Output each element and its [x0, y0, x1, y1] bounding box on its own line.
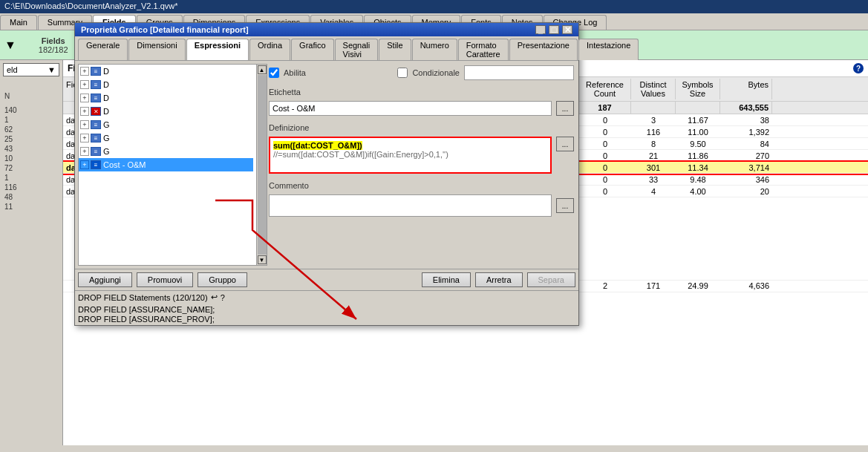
form-panel: Abilita Condizionale Etichetta ... Defin… — [267, 64, 575, 266]
col-header-distinct[interactable]: Distinct Values — [631, 79, 676, 99]
expand-icon: + — [80, 120, 89, 129]
definition-highlighted: sum([dat:COST_O&M]) — [273, 141, 362, 150]
tree-item-costom[interactable]: + ≡ Cost - O&M — [79, 158, 253, 171]
expand-icon: + — [80, 94, 89, 102]
abilita-label: Abilita — [284, 68, 306, 77]
tree-item-g1[interactable]: + ≡ G — [79, 118, 253, 131]
modal-status-bar: DROP FIELD Statements (120/120) ↩ ? — [75, 290, 578, 304]
definition-rest: //=sum([dat:COST_O&M])if([Gain:Energy]>0… — [273, 150, 448, 159]
definizione-row: Definizione — [269, 123, 574, 132]
scroll-thumb — [258, 75, 267, 255]
tree-label-costom: Cost - O&M — [103, 160, 146, 169]
aggiungi-button[interactable]: Aggiungi — [78, 272, 132, 287]
abilita-checkbox[interactable] — [269, 68, 279, 78]
col-header-refcount[interactable]: Reference Count — [579, 79, 631, 99]
list-icon: ≡ — [91, 147, 101, 156]
tree-label: D — [103, 80, 109, 89]
tree-item-g3[interactable]: + ≡ G — [79, 145, 253, 158]
modal-tab-generale[interactable]: Generale — [78, 39, 128, 60]
separa-button[interactable]: Separa — [527, 272, 575, 287]
title-bar: C:\EI\Downloads\DocumentAnalyzer_V2.1.qv… — [0, 0, 868, 13]
etichetta-row: Etichetta — [269, 88, 574, 96]
etichetta-input[interactable] — [269, 101, 552, 116]
definizione-input-row: sum([dat:COST_O&M]) //=sum([dat:COST_O&M… — [269, 137, 574, 174]
tree-item-d4-error[interactable]: + ✕ D — [79, 105, 253, 118]
elimina-button[interactable]: Elimina — [422, 272, 471, 287]
tree-scrollbar[interactable]: ▲ ▼ — [256, 65, 267, 265]
condizionale-input[interactable] — [464, 65, 574, 80]
modal-title-text: Proprietà Grafico [Detailed financial re… — [81, 25, 249, 34]
left-dropdown-arrow: ▼ — [48, 65, 56, 74]
tree-label: D — [103, 67, 109, 76]
status-text: DROP FIELD Statements (120/120) — [78, 293, 208, 302]
tree-panel[interactable]: + ≡ D + ≡ D + ≡ D + ✕ D — [79, 65, 253, 265]
modal-tab-intestazione[interactable]: Intestazione — [578, 39, 639, 60]
stat-fields-label: Fields — [42, 36, 65, 45]
modal-body: + ≡ D + ≡ D + ≡ D + ✕ D — [75, 61, 578, 269]
tree-item-g2[interactable]: + ≡ G — [79, 131, 253, 145]
status-icon1[interactable]: ↩ — [211, 292, 218, 302]
modal-tab-numero[interactable]: Numero — [412, 39, 457, 60]
stat-fields-value: 182/182 — [39, 45, 68, 54]
tree-item-d2[interactable]: + ≡ D — [79, 78, 253, 91]
etichetta-input-row: ... — [269, 101, 574, 116]
list-icon: ≡ — [91, 67, 101, 76]
expand-icon: + — [80, 160, 89, 169]
commento-btn[interactable]: ... — [556, 198, 574, 213]
col-header-symbols[interactable]: Symbols Size — [676, 79, 720, 99]
selected-icon: ≡ — [91, 160, 101, 169]
modal-title-bar: Proprietà Grafico [Detailed financial re… — [75, 23, 578, 36]
commento-input-row: ... — [269, 194, 574, 217]
modal-status-bar2: DROP FIELD [ASSURANCE_NAME]; DROP FIELD … — [75, 304, 578, 325]
expand-icon: + — [80, 107, 89, 116]
modal-tab-bar: Generale Dimensioni Espressioni Ordina G… — [75, 36, 578, 61]
promuovi-button[interactable]: Promuovi — [137, 272, 193, 287]
modal-tab-ordina[interactable]: Ordina — [249, 39, 290, 60]
left-dropdown[interactable]: eld ▼ — [3, 63, 59, 76]
modal-tab-segnali[interactable]: Segnali Visivi — [335, 39, 379, 60]
scroll-down[interactable]: ▼ — [258, 255, 267, 264]
tree-item-d1[interactable]: + ≡ D — [79, 65, 253, 78]
dropdown-arrow[interactable]: ▼ — [4, 39, 16, 52]
list-icon: ≡ — [91, 80, 101, 89]
tab-main[interactable]: Main — [0, 15, 37, 30]
tree-label: D — [103, 107, 109, 116]
btn-row-right: Elimina Arretra Separa — [422, 272, 575, 287]
modal-tab-presentazione[interactable]: Presentazione — [509, 39, 578, 60]
modal-tab-grafico[interactable]: Grafico — [291, 39, 333, 60]
modal-tab-stile[interactable]: Stile — [379, 39, 411, 60]
left-values: N 140 1 62 25 43 10 72 1 116 48 11 — [3, 91, 59, 212]
error-icon: ✕ — [91, 107, 101, 116]
btn-row-left: Aggiungi Promuovi Gruppo — [78, 272, 247, 287]
tree-item-d3[interactable]: + ≡ D — [79, 91, 253, 105]
commento-label: Commento — [269, 181, 313, 190]
modal-tab-formato[interactable]: Formato Carattere — [458, 39, 509, 60]
definizione-btn[interactable]: ... — [556, 137, 574, 151]
modal-tab-espressioni[interactable]: Espressioni — [186, 39, 249, 60]
definition-box[interactable]: sum([dat:COST_O&M]) //=sum([dat:COST_O&M… — [269, 137, 552, 174]
etichetta-btn[interactable]: ... — [556, 101, 574, 116]
expand-icon: + — [80, 134, 89, 143]
status-icon2[interactable]: ? — [221, 293, 225, 302]
left-panel: eld ▼ N 140 1 62 25 43 10 72 1 116 48 11 — [0, 60, 63, 445]
modal-maximize[interactable]: □ — [549, 25, 559, 34]
col-header-bytes[interactable]: Bytes — [720, 79, 772, 99]
commento-row: Commento — [269, 181, 574, 190]
commento-textarea[interactable] — [269, 194, 552, 217]
tree-label: G — [103, 147, 110, 156]
tree-container: + ≡ D + ≡ D + ≡ D + ✕ D — [78, 64, 267, 266]
arretra-button[interactable]: Arretra — [475, 272, 523, 287]
modal-close[interactable]: ✕ — [562, 25, 572, 34]
list-icon: ≡ — [91, 94, 101, 102]
etichetta-label: Etichetta — [269, 88, 313, 96]
help-icon[interactable]: ? — [853, 63, 864, 73]
left-dropdown-label: eld — [7, 65, 18, 74]
stat-fields: Fields 182/182 — [39, 36, 68, 54]
abilita-row: Abilita Condizionale — [269, 65, 574, 80]
gruppo-button[interactable]: Gruppo — [198, 272, 247, 287]
modal-tab-dimensioni[interactable]: Dimensioni — [128, 39, 185, 60]
scroll-up[interactable]: ▲ — [258, 65, 267, 74]
modal-minimize[interactable]: _ — [535, 25, 546, 34]
condizionale-checkbox[interactable] — [397, 68, 408, 78]
expand-icon: + — [80, 147, 89, 156]
